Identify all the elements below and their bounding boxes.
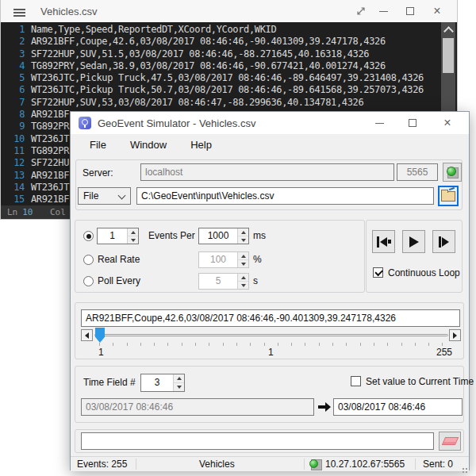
- poll-unit-label: s: [253, 275, 258, 286]
- real-rate-spinner[interactable]: 100: [198, 251, 249, 268]
- minimize-icon: [379, 11, 388, 12]
- slider-min-label: 1: [98, 347, 104, 358]
- code-line: 5WT236JTC,Pickup Truck,47.5,03/08/2017 0…: [1, 72, 457, 84]
- line-number-value: 10: [22, 207, 33, 217]
- slider-ticks: [99, 343, 443, 346]
- menu-help[interactable]: Help: [189, 137, 213, 152]
- clear-button[interactable]: [439, 432, 461, 451]
- editor-title: Vehicles.csv: [40, 6, 98, 17]
- interval-unit-label: ms: [253, 230, 266, 241]
- server-port-field[interactable]: 5565: [397, 163, 438, 181]
- spin-down-icon[interactable]: [128, 236, 138, 244]
- time-field-spinner[interactable]: 3: [140, 374, 185, 392]
- simulation-name: Vehicles: [199, 459, 235, 470]
- editor-maximize-button[interactable]: [397, 0, 423, 22]
- simulator-statusbar: Events: 255 Vehicles 10.27.102.67:5565 S…: [71, 456, 469, 471]
- message-field[interactable]: [81, 432, 434, 450]
- hamburger-menu-icon[interactable]: [13, 9, 25, 10]
- spin-up-icon: [238, 274, 248, 282]
- arrow-right-icon: [318, 402, 331, 412]
- spin-down-icon: [238, 282, 248, 289]
- code-line: 7SF722HUP,SUV,53,03/08/2017 08:46:47,-88…: [1, 97, 457, 109]
- file-path-field[interactable]: C:\GeoEvent\input\Vehicles.csv: [136, 187, 434, 205]
- slider-track[interactable]: [94, 334, 448, 336]
- slider-max-label: 255: [436, 347, 452, 358]
- sent-count: Sent: 0: [423, 459, 453, 470]
- line-label: Ln: [7, 207, 17, 217]
- poll-spinner[interactable]: 5: [198, 273, 249, 290]
- simulator-close-button[interactable]: ×: [434, 112, 461, 134]
- play-button[interactable]: [402, 230, 425, 253]
- code-line: 1Name,Type,Speed,ReportedDT,XCoord,YCoor…: [1, 24, 457, 36]
- geoevent-simulator-window: GeoEvent Simulator - Vehicles.csv × File…: [70, 111, 470, 470]
- set-current-time-checkbox[interactable]: [351, 376, 361, 386]
- server-host-field[interactable]: localhost: [140, 163, 394, 181]
- poll-every-label: Poll Every: [98, 275, 140, 286]
- time-to-field[interactable]: 03/08/2017 08:46:46: [333, 398, 463, 416]
- code-line: 3SF722HUP,SUV,51.5,03/08/2017 08:46:46,-…: [1, 48, 457, 60]
- spin-up-icon[interactable]: [128, 228, 138, 236]
- real-rate-unit-label: %: [253, 254, 262, 265]
- events-per-radio[interactable]: [83, 231, 94, 241]
- menu-file[interactable]: File: [88, 137, 108, 152]
- close-icon: ×: [443, 117, 451, 129]
- simulator-maximize-button[interactable]: [399, 112, 426, 134]
- spin-down-icon[interactable]: [174, 383, 184, 391]
- code-line: 6WT236JTC,Pickup Truck,50.7,03/08/2017 0…: [1, 84, 457, 96]
- step-forward-icon: [439, 236, 441, 248]
- editor-close-button[interactable]: ×: [424, 0, 450, 22]
- geoevent-app-icon: [79, 117, 91, 129]
- step-forward-button[interactable]: [432, 230, 455, 253]
- source-type-dropdown[interactable]: File: [78, 187, 131, 205]
- set-current-time-label: Set value to Current Time: [366, 376, 474, 387]
- spin-up-icon[interactable]: [174, 374, 184, 383]
- continuous-loop-label: Continuous Loop: [388, 267, 460, 278]
- time-from-field[interactable]: 03/08/2017 08:46:46: [81, 398, 314, 416]
- connection-group: Server: localhost 5565 File C:\GeoEvent\…: [75, 159, 463, 210]
- play-icon: [409, 236, 419, 248]
- events-count-spinner[interactable]: 1: [97, 228, 139, 244]
- events-per-label: Events Per: [148, 230, 195, 241]
- slider-right-button[interactable]: [449, 329, 461, 341]
- arrow-left-icon: [85, 332, 89, 339]
- arrow-right-icon: [453, 332, 457, 339]
- continuous-loop-checkbox[interactable]: [373, 267, 383, 278]
- event-slider-group: AR921BFF,Coupe,42.6,03/08/2017 08:46:46,…: [75, 302, 464, 359]
- resize-grip[interactable]: [466, 468, 467, 470]
- editor-minimize-button[interactable]: [370, 0, 396, 22]
- connect-button[interactable]: [443, 163, 462, 182]
- browse-file-button[interactable]: [438, 186, 459, 206]
- spin-down-icon: [238, 260, 248, 267]
- scroll-up-icon[interactable]: [443, 26, 454, 36]
- slider-current-label: 1: [268, 347, 274, 358]
- close-icon: ×: [433, 5, 440, 17]
- code-line: 2AR921BFF,Coupe,42.6,03/08/2017 08:46:46…: [1, 36, 457, 48]
- simulator-minimize-button[interactable]: [366, 112, 393, 134]
- code-line: 4TG892PRY,Sedan,38.9,03/08/2017 08:46:46…: [1, 60, 457, 72]
- spin-up-icon: [238, 252, 248, 260]
- editor-titlebar: Vehicles.csv ×: [1, 0, 457, 22]
- source-type-value: File: [83, 190, 98, 202]
- diagonal-resize-icon: [356, 6, 366, 16]
- slider-thumb[interactable]: [95, 328, 105, 343]
- spin-up-icon[interactable]: [238, 228, 248, 236]
- column-label: Col: [50, 207, 66, 217]
- connection-status-ball-icon: [447, 167, 456, 176]
- chevron-down-icon: [118, 192, 126, 200]
- poll-every-radio[interactable]: [83, 276, 94, 286]
- events-count: Events: 255: [77, 459, 127, 470]
- scrollbar-thumb[interactable]: [443, 38, 454, 73]
- real-rate-radio[interactable]: [83, 255, 94, 265]
- time-field-group: Time Field # 3 Set value to Current Time…: [75, 366, 464, 423]
- spin-down-icon[interactable]: [238, 236, 248, 244]
- simulator-titlebar: GeoEvent Simulator - Vehicles.csv ×: [71, 112, 469, 134]
- menu-window[interactable]: Window: [129, 137, 168, 152]
- event-preview-field[interactable]: AR921BFF,Coupe,42.6,03/08/2017 08:46:46,…: [81, 309, 460, 327]
- maximize-icon: [409, 119, 416, 127]
- slider-left-button[interactable]: [81, 329, 93, 341]
- open-folder-icon: [441, 191, 455, 202]
- connected-status-ball-icon: [309, 459, 318, 468]
- rewind-to-start-button[interactable]: [372, 230, 395, 253]
- maximize-icon: [406, 7, 414, 15]
- interval-spinner[interactable]: 1000: [198, 228, 249, 244]
